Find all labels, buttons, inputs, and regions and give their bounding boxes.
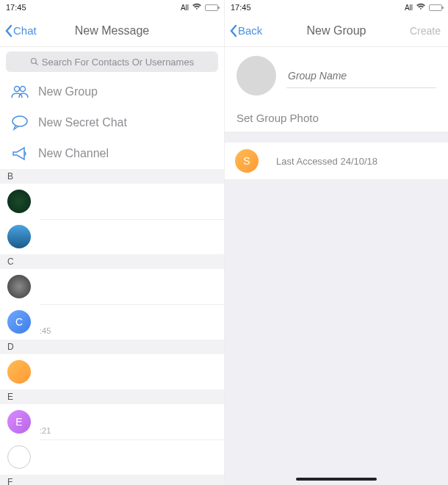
new-group-button[interactable]: New Group (0, 76, 224, 107)
contact-subtext: :45 (40, 326, 51, 335)
spacer (225, 132, 448, 143)
battery-icon (429, 4, 442, 11)
contact-row[interactable]: C :45 (0, 304, 224, 340)
chat-bubble-icon (10, 113, 29, 132)
section-header-b: B (0, 169, 224, 184)
network-label: All (405, 4, 413, 12)
status-right: All (405, 3, 442, 12)
chevron-left-icon (4, 24, 13, 37)
group-icon (10, 82, 29, 101)
page-title: New Group (307, 24, 366, 37)
wifi-icon (192, 3, 202, 12)
status-bar: 17:45 All (0, 0, 224, 15)
avatar (7, 190, 31, 213)
empty-area (225, 179, 448, 485)
contact-row[interactable] (0, 439, 224, 475)
status-time: 17:45 (231, 3, 251, 12)
create-button[interactable]: Create (410, 25, 441, 37)
avatar: S (235, 149, 259, 173)
menu-label: New Channel (38, 147, 109, 160)
avatar (7, 360, 31, 384)
contact-row[interactable] (0, 219, 224, 254)
page-title: New Message (75, 24, 149, 37)
nav-bar: Chat New Message (0, 15, 224, 47)
avatar: E (7, 410, 31, 434)
chevron-left-icon (229, 24, 238, 37)
network-label: All (181, 4, 189, 12)
status-time: 17:45 (6, 3, 26, 12)
search-icon (30, 57, 39, 66)
menu-label: New Secret Chat (38, 116, 127, 129)
set-group-photo-button[interactable]: Set Group Photo (225, 104, 448, 132)
back-label: Chat (13, 24, 37, 37)
section-header-d: D (0, 340, 224, 354)
section-header-c: C (0, 254, 224, 269)
contact-row[interactable] (0, 269, 224, 304)
status-right: All (181, 3, 218, 12)
svg-line-1 (35, 63, 37, 65)
contact-row[interactable] (0, 354, 224, 389)
section-header-e: E (0, 389, 224, 404)
contact-subtext: :21 (40, 426, 51, 435)
avatar (7, 225, 31, 248)
back-button[interactable]: Chat (4, 24, 37, 37)
wifi-icon (416, 3, 426, 12)
left-screen-new-message: 17:45 All Chat New Message Search For Co… (0, 0, 224, 485)
nav-bar: Back New Group Create (225, 15, 448, 47)
search-placeholder: Search For Contacts Or Usernames (42, 57, 194, 68)
back-label: Back (238, 24, 262, 37)
right-screen-new-group: 17:45 All Back New Group Create Set Grou… (224, 0, 448, 485)
svg-point-4 (12, 116, 27, 126)
member-status: Last Accessed 24/10/18 (276, 156, 377, 167)
avatar (7, 275, 31, 298)
avatar (7, 445, 31, 469)
menu-label: New Group (38, 85, 98, 98)
contact-row[interactable]: E :21 (0, 404, 224, 439)
search-input[interactable]: Search For Contacts Or Usernames (6, 51, 218, 72)
svg-point-0 (31, 59, 36, 64)
group-header (225, 47, 448, 104)
svg-point-2 (15, 87, 20, 92)
group-name-input[interactable] (286, 64, 436, 88)
section-header-f: F (0, 475, 224, 485)
contact-row[interactable] (0, 184, 224, 219)
status-bar: 17:45 All (225, 0, 448, 15)
svg-point-3 (21, 87, 26, 92)
new-secret-chat-button[interactable]: New Secret Chat (0, 107, 224, 138)
home-indicator[interactable] (296, 478, 377, 481)
back-button[interactable]: Back (229, 24, 262, 37)
group-photo-placeholder[interactable] (236, 56, 276, 96)
megaphone-icon (10, 144, 29, 163)
battery-icon (205, 4, 218, 11)
avatar: C (7, 310, 31, 334)
member-row[interactable]: S Last Accessed 24/10/18 (225, 143, 448, 179)
new-channel-button[interactable]: New Channel (0, 138, 224, 169)
